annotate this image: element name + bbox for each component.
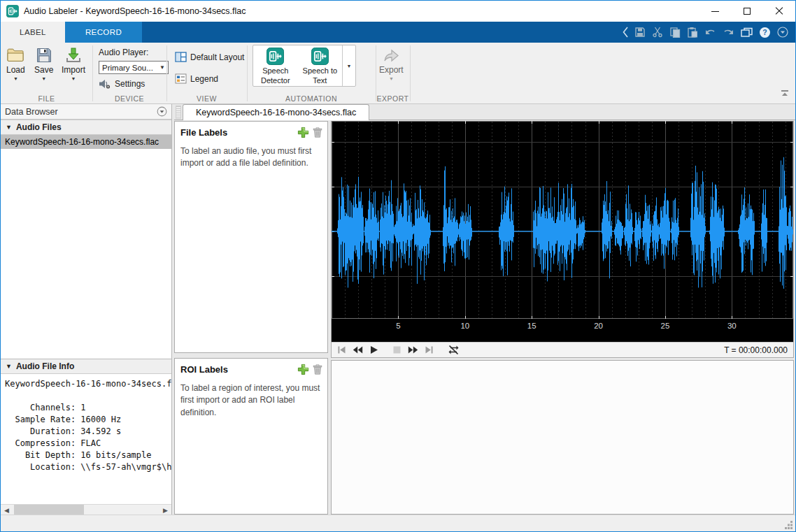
- roi-labels-title: ROI Labels: [180, 364, 294, 375]
- qat-dropdown-icon[interactable]: [777, 27, 788, 38]
- paste-icon[interactable]: [687, 27, 698, 38]
- playback-toolbar: T = 00:00:00.000: [332, 342, 793, 357]
- status-bar: [1, 515, 795, 531]
- tab-drag-handle[interactable]: [176, 106, 181, 119]
- legend-icon: [175, 73, 187, 84]
- import-button[interactable]: Import ▼: [62, 47, 85, 81]
- cut-icon[interactable]: [652, 27, 663, 38]
- data-browser-panel: Data Browser ▼ Audio Files KeywordSpeech…: [1, 104, 172, 516]
- ribbon-section-automation: Speech Detector Speech to Text ▼ AUTOMAT…: [247, 43, 376, 103]
- document-tab-active[interactable]: KeywordSpeech-16-16-mono-34secs.flac: [183, 104, 369, 120]
- save-button[interactable]: Save ▼: [34, 47, 53, 81]
- ribbon-section-view: Default Layout Legend VIEW: [166, 43, 247, 103]
- tab-record[interactable]: RECORD: [65, 22, 142, 43]
- time-axis-tick-label: 10: [455, 322, 476, 330]
- export-button[interactable]: Export ▼: [379, 47, 404, 81]
- speech-to-text-button[interactable]: Speech to Text: [298, 45, 343, 86]
- load-button[interactable]: Load ▼: [6, 47, 25, 81]
- maximize-icon: [744, 8, 751, 15]
- fast-forward-button[interactable]: [408, 345, 418, 354]
- go-to-end-button[interactable]: [425, 345, 434, 354]
- minimize-button[interactable]: [699, 1, 731, 22]
- redo-icon[interactable]: [723, 27, 734, 38]
- audio-player-dropdown[interactable]: Primary Sou... ▼: [99, 61, 169, 74]
- ribbon-section-device: Audio Player: Primary Sou... ▼ Settings …: [92, 43, 166, 103]
- resize-grip-icon[interactable]: [784, 520, 793, 529]
- ribbon-tab-band: LABEL RECORD ?: [1, 22, 795, 43]
- speech-to-text-icon: [311, 48, 329, 65]
- stop-button[interactable]: [392, 345, 401, 354]
- import-icon: [65, 47, 82, 64]
- ribbon-toolstrip: Load ▼ Save ▼ Import ▼ FILE Audio Player…: [1, 43, 795, 104]
- document-area: KeywordSpeech-16-16-mono-34secs.flac Fil…: [174, 104, 795, 516]
- waveform-plot[interactable]: 51015202530: [332, 121, 793, 342]
- time-axis-tick-label: 20: [588, 322, 609, 330]
- close-button[interactable]: [763, 1, 795, 22]
- time-display: T = 00:00:00.000: [724, 345, 788, 355]
- minimize-ribbon-button[interactable]: [780, 89, 790, 99]
- undo-icon[interactable]: [704, 27, 716, 38]
- help-icon[interactable]: ?: [759, 27, 771, 38]
- svg-text:?: ?: [762, 28, 767, 36]
- save-icon[interactable]: [634, 27, 646, 38]
- data-browser-header: Data Browser: [1, 104, 171, 120]
- default-layout-button[interactable]: Default Layout: [175, 52, 244, 62]
- loop-off-button[interactable]: [448, 345, 460, 355]
- audio-file-info-text: KeywordSpeech-16-16-mono-34secs.flac Cha…: [5, 378, 171, 473]
- main-area: Data Browser ▼ Audio Files KeywordSpeech…: [1, 104, 795, 516]
- save-dropdown-arrow: ▼: [41, 76, 46, 81]
- minimize-icon: [711, 11, 719, 12]
- app-icon: [6, 5, 19, 17]
- audio-file-list-item-selected[interactable]: KeywordSpeech-16-16-mono-34secs.flac: [1, 135, 171, 149]
- collapse-triangle-icon: ▼: [6, 124, 12, 131]
- chevron-left-icon: [623, 27, 628, 38]
- delete-file-label-icon[interactable]: [312, 127, 323, 138]
- delete-roi-label-icon[interactable]: [312, 364, 323, 375]
- combo-arrow-icon: ▼: [159, 64, 165, 71]
- file-labels-title: File Labels: [180, 127, 294, 138]
- audio-player-label: Audio Player:: [99, 48, 148, 57]
- speech-detector-icon: [266, 48, 284, 65]
- window-title: Audio Labeler - KeywordSpeech-16-16-mono…: [24, 6, 246, 16]
- ribbon-divider: [410, 45, 411, 101]
- roi-labels-panel: ROI Labels To label a region of interest…: [174, 358, 328, 515]
- add-roi-label-icon[interactable]: [297, 364, 309, 375]
- waveform-panel: 51015202530 T = 00:00:00.000: [331, 121, 794, 358]
- speech-detector-button[interactable]: Speech Detector: [253, 45, 298, 86]
- title-bar: Audio Labeler - KeywordSpeech-16-16-mono…: [1, 1, 795, 22]
- panel-options-icon[interactable]: [157, 106, 167, 117]
- copy-icon[interactable]: [669, 27, 681, 38]
- tab-label[interactable]: LABEL: [1, 22, 65, 43]
- ribbon-section-export: Export ▼ EXPORT: [376, 43, 410, 103]
- quick-access-toolbar: ?: [623, 22, 795, 43]
- rewind-button[interactable]: [353, 345, 363, 354]
- folder-open-icon: [6, 47, 24, 64]
- audio-file-info-section-header[interactable]: ▼ Audio File Info: [1, 359, 171, 374]
- window-layout-icon[interactable]: [741, 27, 753, 38]
- layout-grid-icon: [175, 52, 187, 62]
- play-button[interactable]: [369, 345, 378, 354]
- file-labels-message: To label an audio file, you must first i…: [175, 141, 327, 174]
- speaker-settings-icon: [99, 78, 111, 89]
- time-axis-tick-label: 30: [721, 322, 742, 330]
- legend-button[interactable]: Legend: [175, 73, 218, 84]
- roi-display-area[interactable]: [331, 360, 794, 515]
- waveform-canvas[interactable]: [332, 121, 793, 319]
- audio-files-section-header[interactable]: ▼ Audio Files: [1, 120, 171, 135]
- audio-file-list[interactable]: [1, 149, 171, 359]
- document-tab-row: KeywordSpeech-16-16-mono-34secs.flac: [174, 104, 795, 120]
- audio-file-info-body: KeywordSpeech-16-16-mono-34secs.flac Cha…: [1, 374, 171, 504]
- ribbon-section-file: Load ▼ Save ▼ Import ▼ FILE: [1, 43, 92, 103]
- automation-gallery: Speech Detector Speech to Text ▼: [253, 45, 356, 87]
- gallery-dropdown-arrow: ▼: [347, 64, 352, 69]
- time-axis-tick-label: 5: [388, 322, 408, 330]
- time-axis-tick-label: 25: [655, 322, 676, 330]
- floppy-save-icon: [36, 47, 52, 64]
- settings-button[interactable]: Settings: [99, 78, 145, 89]
- maximize-button[interactable]: [731, 1, 763, 22]
- collapse-ribbon-icon: [780, 89, 790, 97]
- gallery-dropdown-button[interactable]: ▼: [342, 45, 355, 86]
- export-dropdown-arrow: ▼: [389, 76, 394, 81]
- go-to-start-button[interactable]: [337, 345, 346, 354]
- add-file-label-icon[interactable]: [297, 127, 309, 138]
